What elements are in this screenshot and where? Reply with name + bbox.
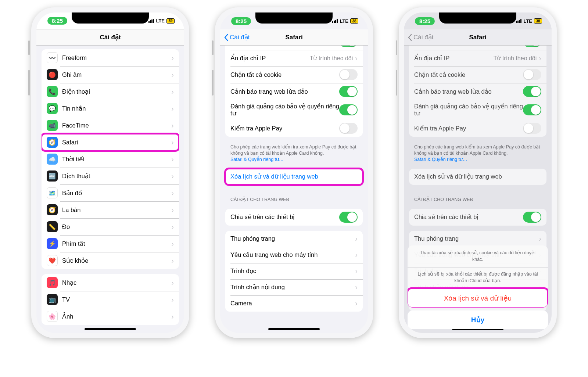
row-label: Đo [62,223,171,230]
share-across-devices-row[interactable]: Chia sẻ trên các thiết bị [225,209,363,226]
settings-row-safari[interactable]: 🧭Safari› [42,134,179,151]
fraud-row[interactable]: Cảnh báo trang web lừa đảo [225,83,363,100]
chevron-right-icon: › [171,256,174,265]
row-label: Điện thoại [62,88,171,95]
ad_privacy-row[interactable]: Đánh giá quảng cáo bảo vệ quyền riêng tư [225,100,363,120]
chevron-right-icon: › [171,54,174,62]
ad_privacy-row: Đánh giá quảng cáo bảo vệ quyền riêng tư [409,100,546,120]
safari-privacy-link[interactable]: Safari & Quyền riêng tư… [230,157,284,162]
row-label: Cảnh báo trang web lừa đảo [230,88,339,95]
chevron-right-icon: › [171,295,174,304]
hide_ip-row[interactable]: Ẩn địa chỉ IPTừ trình theo dõi› [225,50,363,66]
settings-row-tin-nhắn[interactable]: 💬Tin nhắn› [42,100,179,117]
settings-row-freeform[interactable]: 〰️Freeform› [42,49,179,66]
row-label: Sức khỏe [62,257,171,264]
sheet-clear-button[interactable]: Xóa lịch sử và dữ liệu [408,288,548,308]
row-label: Camera [230,300,355,307]
app-icon: 🌸 [47,311,58,322]
settings-row-sức-khỏe[interactable]: ❤️Sức khỏe› [42,252,179,269]
nav-back-button[interactable]: Cài đặt [224,33,250,41]
nav-bar: Cài đặt Safari [220,29,368,46]
status-bar: 8:25 LTE 38 [404,12,552,29]
settings-row[interactable]: Trình chặn nội dung› [225,279,363,295]
action-sheet: Thao tác xóa sẽ xóa lịch sử, cookie và c… [408,245,548,329]
row-label: Phím tắt [62,240,171,247]
app-icon: 🔴 [47,69,58,80]
row-label: Ghi âm [62,71,171,78]
settings-row-ghi-âm[interactable]: 🔴Ghi âm› [42,66,179,83]
settings-row: Thu phóng trang› [409,231,546,247]
nav-title: Cài đặt [100,33,121,41]
share-toggle[interactable] [339,212,358,223]
app-icon: 🎵 [47,277,58,288]
settings-row-nhạc[interactable]: 🎵Nhạc› [42,274,179,291]
ad_privacy-toggle[interactable] [339,104,358,115]
apple_pay-row[interactable]: Kiểm tra Apple Pay [225,120,363,137]
settings-row-tv[interactable]: 📺TV› [42,291,179,308]
app-icon: ⚡ [47,238,58,249]
settings-row-điện-thoại[interactable]: 📞Điện thoại› [42,83,179,100]
cross_site-toggle[interactable] [339,46,358,47]
safari-privacy-link: Safari & Quyền riêng tư… [414,157,467,162]
settings-row[interactable]: Yêu cầu trang web cho máy tính› [225,247,363,263]
signal-icon [148,19,154,23]
home-indicator[interactable] [268,328,320,330]
chevron-right-icon: › [355,299,358,308]
settings-row-bản-đồ[interactable]: 🗺️Bản đồ› [42,184,179,201]
row-label: Safari [62,139,171,146]
battery-icon: 38 [350,18,358,24]
fraud-row: Cảnh báo trang web lừa đảo [409,83,546,100]
home-indicator[interactable] [85,328,136,330]
settings-row-ảnh[interactable]: 🌸Ảnh› [42,308,179,325]
chevron-right-icon: › [171,87,174,96]
settings-row-đo[interactable]: 📏Đo› [42,218,179,235]
settings-row-dịch-thuật[interactable]: 🔤Dịch thuật› [42,168,179,184]
app-icon: 📞 [47,86,58,97]
row-label: Thời tiết [62,156,171,163]
app-icon: 📏 [47,221,58,232]
row-label: Dịch thuật [62,173,171,180]
block_cookies-row[interactable]: Chặn tất cả cookie [225,66,363,83]
row-label: Tin nhắn [62,105,171,112]
clear-history-row: Xóa lịch sử và dữ liệu trang web [409,169,546,185]
network-label: LTE [156,18,165,24]
block_cookies-toggle [523,69,541,80]
chevron-right-icon: › [171,155,174,164]
app-icon: 🔤 [47,170,58,182]
apple_pay-toggle[interactable] [339,123,358,134]
settings-row-facetime[interactable]: 📹FaceTime› [42,117,179,134]
chevron-right-icon: › [171,189,174,197]
chevron-right-icon: › [355,283,358,291]
row-label: FaceTime [62,122,171,129]
chevron-right-icon: › [355,267,358,275]
footer-apple-pay: Cho phép các trang web kiểm tra xem Appl… [404,142,552,164]
row-label: Thu phóng trang [414,235,539,242]
settings-row-phím-tắt[interactable]: ⚡Phím tắt› [42,235,179,252]
sheet-cancel-button[interactable]: Hủy [408,310,548,329]
status-time: 8:25 [47,17,67,25]
cross_site-row[interactable]: Ngăn chặn theo dõi web chéo [225,46,363,50]
chevron-right-icon: › [171,71,174,79]
row-label: Thu phóng trang [230,235,355,242]
network-label: LTE [523,18,532,24]
app-icon: 🗺️ [47,187,58,198]
chevron-right-icon: › [171,223,174,231]
settings-row-la-bàn[interactable]: 🧭La bàn› [42,201,179,218]
app-icon: 🧭 [47,137,58,148]
nav-title: Safari [469,34,486,41]
fraud-toggle[interactable] [339,86,358,97]
row-value: Từ trình theo dõi [494,55,537,62]
clear-history-row[interactable]: Xóa lịch sử và dữ liệu trang web [225,169,363,185]
settings-row[interactable]: Trình đọc› [225,263,363,279]
apple_pay-row: Kiểm tra Apple Pay [409,120,546,137]
settings-row[interactable]: Thu phóng trang› [225,231,363,247]
signal-icon [516,19,521,23]
row-label: Chặn tất cả cookie [414,71,523,78]
app-icon: ☁️ [47,154,58,165]
settings-row[interactable]: Camera› [225,295,363,312]
nav-title: Safari [285,34,302,41]
row-label: Nhạc [62,279,171,286]
block_cookies-toggle[interactable] [339,69,358,80]
settings-row-thời-tiết[interactable]: ☁️Thời tiết› [42,151,179,168]
sheet-message-1: Thao tác xóa sẽ xóa lịch sử, cookie và c… [408,245,548,267]
